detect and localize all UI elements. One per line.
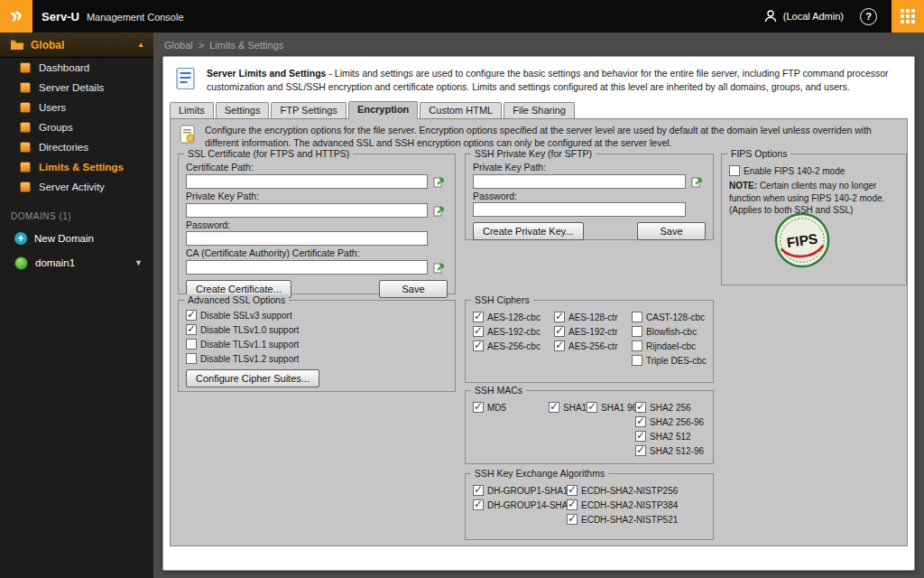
- ssl-private-key-path-label: Private Key Path:: [186, 191, 448, 201]
- sidebar-item-dashboard[interactable]: Dashboard: [0, 58, 153, 78]
- create-private-key-button[interactable]: Create Private Key...: [473, 222, 584, 240]
- ca-certificate-path-label: CA (Certificate Authority) Certificate P…: [186, 247, 448, 258]
- checkbox-triple-des-cbc[interactable]: [632, 355, 642, 366]
- main-area: Global > Limits & Settings Server Limits…: [153, 33, 924, 578]
- tab-limits[interactable]: Limits: [170, 102, 214, 118]
- solarwinds-logo-glyph: »: [8, 3, 25, 27]
- ssl-password-input[interactable]: [186, 231, 428, 246]
- tab-settings[interactable]: Settings: [216, 102, 270, 118]
- sidebar-item-users[interactable]: Users: [0, 98, 153, 117]
- ssh-password-label: Password:: [473, 191, 706, 201]
- checkbox-ecdh-sha2-nistp521[interactable]: [567, 514, 578, 525]
- help-button[interactable]: ?: [860, 8, 877, 25]
- encryption-tab-content: Configure the encryption options for the…: [170, 118, 908, 546]
- dashboard-icon: [20, 62, 31, 73]
- sidebar-item-groups[interactable]: Groups: [0, 117, 153, 137]
- checkbox-enable-fips[interactable]: [729, 165, 740, 176]
- sidebar-item-domain1[interactable]: domain1 ▼: [0, 250, 153, 275]
- account-menu[interactable]: (Local Admin): [763, 9, 844, 23]
- checkbox-aes-128-ctr[interactable]: [554, 312, 565, 322]
- ssh-password-input[interactable]: [473, 202, 686, 217]
- breadcrumb: Global > Limits & Settings: [164, 40, 283, 51]
- tab-ftp-settings[interactable]: FTP Settings: [271, 102, 346, 118]
- checkbox-ecdh-sha2-nistp384[interactable]: [567, 499, 578, 510]
- checkbox-sha1-96[interactable]: [587, 402, 597, 413]
- checkbox-sha2-256-96[interactable]: [635, 416, 646, 427]
- checkbox-rijndael-cbc[interactable]: [632, 340, 642, 351]
- ssl-password-label: Password:: [186, 219, 448, 230]
- limits-settings-page-icon: [174, 67, 198, 90]
- checkbox-aes-128-cbc[interactable]: [473, 312, 484, 322]
- ssh-save-button[interactable]: Save: [637, 222, 706, 240]
- checkbox-disable-tlsv10[interactable]: [186, 324, 197, 335]
- server-details-icon: [20, 82, 31, 93]
- sidebar-item-server-details[interactable]: Server Details: [0, 78, 153, 98]
- chevron-down-icon: ▼: [134, 258, 143, 267]
- certificate-path-label: Certificate Path:: [186, 162, 448, 172]
- new-domain-button[interactable]: New Domain: [0, 227, 153, 250]
- ca-certificate-path-input[interactable]: [186, 260, 428, 275]
- sidebar-item-limits-settings[interactable]: Limits & Settings: [0, 157, 153, 177]
- sidebar-item-directories[interactable]: Directories: [0, 137, 153, 157]
- ssh-private-key-path-input[interactable]: [473, 174, 686, 189]
- server-activity-icon: [20, 182, 31, 192]
- checkbox-sha2-512-96[interactable]: [635, 445, 646, 456]
- checkbox-ecdh-sha2-nistp256[interactable]: [567, 485, 578, 496]
- tab-file-sharing[interactable]: File Sharing: [504, 102, 575, 118]
- browse-icon: [433, 175, 446, 188]
- encryption-intro: Configure the encryption options for the…: [178, 125, 898, 149]
- checkbox-aes-192-ctr[interactable]: [554, 326, 565, 337]
- configure-cipher-suites-button[interactable]: Configure Cipher Suites...: [186, 369, 319, 387]
- advanced-ssl-legend: Advanced SSL Options: [184, 294, 289, 305]
- plus-icon: [14, 232, 27, 245]
- ca-path-browse-button[interactable]: [431, 259, 448, 275]
- tab-custom-html[interactable]: Custom HTML: [420, 102, 502, 118]
- checkbox-md5[interactable]: [473, 402, 484, 413]
- checkbox-disable-tlsv11[interactable]: [186, 339, 197, 350]
- ssl-save-button[interactable]: Save: [379, 280, 448, 298]
- tab-encryption[interactable]: Encryption: [348, 101, 418, 119]
- ssh-ciphers-legend: SSH Ciphers: [471, 294, 533, 305]
- breadcrumb-current: Limits & Settings: [209, 40, 283, 51]
- ssl-certificate-legend: SSL Certificate (for FTPS and HTTPS): [184, 148, 353, 159]
- checkbox-aes-256-ctr[interactable]: [554, 340, 565, 351]
- private-key-path-browse-button[interactable]: [431, 202, 448, 218]
- ssl-private-key-path-input[interactable]: [186, 203, 428, 218]
- checkbox-disable-sslv3[interactable]: [186, 310, 197, 321]
- fips-140-2-badge: FIPS: [774, 212, 830, 268]
- ssh-private-key-group: SSH Private Key (for SFTP) Private Key P…: [465, 154, 714, 240]
- encryption-info-icon: [178, 125, 198, 144]
- enable-fips-label: Enable FIPS 140-2 mode: [744, 166, 845, 176]
- ssh-key-path-browse-button[interactable]: [689, 173, 706, 189]
- checkbox-blowfish-cbc[interactable]: [632, 326, 642, 337]
- checkbox-sha2-512[interactable]: [635, 431, 646, 442]
- checkbox-sha1[interactable]: [549, 402, 559, 413]
- ssh-kex-legend: SSH Key Exchange Algorithms: [471, 468, 608, 479]
- content-panel: Server Limits and Settings - Limits and …: [162, 56, 915, 571]
- checkbox-disable-tlsv12[interactable]: [186, 353, 197, 364]
- sidebar-section-global[interactable]: Global ▲: [0, 33, 153, 58]
- fips-note: NOTE: Certain clients may no longer func…: [729, 180, 899, 217]
- sidebar-global-label: Global: [31, 39, 64, 51]
- user-icon: [763, 9, 778, 23]
- sidebar: Global ▲ Dashboard Server Details Users …: [0, 33, 153, 578]
- ssh-private-key-path-label: Private Key Path:: [473, 162, 706, 172]
- breadcrumb-global[interactable]: Global: [164, 40, 193, 51]
- checkbox-cast-128-cbc[interactable]: [632, 312, 642, 322]
- sidebar-item-server-activity[interactable]: Server Activity: [0, 177, 153, 197]
- checkbox-sha2-256[interactable]: [635, 402, 646, 413]
- checkbox-dh-group1-sha1[interactable]: [473, 485, 484, 496]
- directories-icon: [20, 142, 31, 153]
- checkbox-aes-256-cbc[interactable]: [473, 340, 484, 351]
- certificate-path-browse-button[interactable]: [431, 173, 448, 189]
- browse-icon: [433, 204, 446, 217]
- ssh-macs-legend: SSH MACs: [471, 385, 526, 396]
- certificate-path-input[interactable]: [186, 174, 428, 189]
- account-label: (Local Admin): [783, 11, 844, 22]
- page-title-block: Server Limits and Settings - Limits and …: [207, 67, 901, 93]
- brand-name: Serv-U: [42, 10, 79, 23]
- app-grid-button[interactable]: [892, 0, 924, 33]
- ssl-certificate-group: SSL Certificate (for FTPS and HTTPS) Cer…: [178, 154, 456, 294]
- checkbox-dh-group14-sha1[interactable]: [473, 499, 484, 510]
- checkbox-aes-192-cbc[interactable]: [473, 326, 484, 337]
